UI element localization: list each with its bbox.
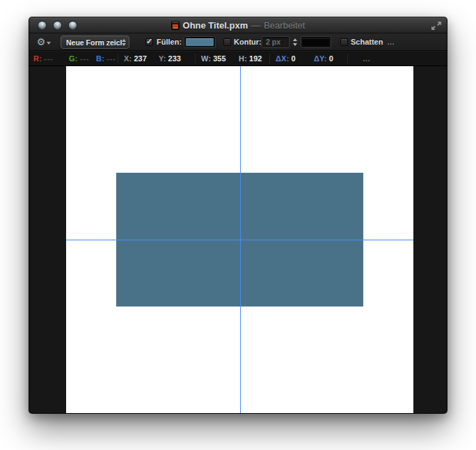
info-bar: R:--- G:--- B:--- X:237 Y:233 W:355 H:19… bbox=[29, 51, 447, 66]
red-readout: R:--- bbox=[33, 51, 54, 66]
fill-label: Füllen: bbox=[157, 33, 182, 51]
blue-readout: B:--- bbox=[96, 51, 116, 66]
desktop: Ohne Titel.pxm — Bearbeitet ⚙ Neue Form … bbox=[0, 0, 476, 450]
fill-color-swatch[interactable] bbox=[184, 36, 216, 48]
fill-checkbox[interactable]: ✓ bbox=[145, 38, 153, 46]
stroke-color-value bbox=[303, 38, 329, 46]
stroke-width-input[interactable]: 2 px bbox=[262, 36, 289, 48]
title-bar[interactable]: Ohne Titel.pxm — Bearbeitet bbox=[29, 17, 447, 33]
delta-y-readout: ΔY:0 bbox=[314, 51, 333, 66]
green-readout: G:--- bbox=[69, 51, 90, 66]
checkmark-icon: ✓ bbox=[146, 38, 152, 45]
toolbar-more-button[interactable]: … bbox=[387, 33, 395, 51]
y-readout: Y:233 bbox=[159, 51, 181, 66]
height-readout: H:192 bbox=[239, 51, 262, 66]
fullscreen-button[interactable] bbox=[431, 21, 442, 31]
stroke-checkbox[interactable] bbox=[223, 38, 231, 46]
width-readout: W:355 bbox=[201, 51, 226, 66]
shape-mode-label: Neue Form zeichnen bbox=[66, 38, 122, 47]
stroke-color-swatch[interactable] bbox=[301, 36, 331, 48]
window-title: Ohne Titel.pxm — Bearbeitet bbox=[29, 17, 447, 33]
infobar-more-button[interactable]: … bbox=[363, 51, 370, 66]
fill-color-value bbox=[186, 38, 214, 46]
title-separator: — bbox=[251, 20, 260, 31]
horizontal-guide[interactable] bbox=[66, 240, 413, 240]
divider bbox=[269, 54, 270, 63]
pixelmator-window: Ohne Titel.pxm — Bearbeitet ⚙ Neue Form … bbox=[29, 17, 447, 414]
document-filename: Ohne Titel.pxm bbox=[183, 20, 248, 31]
shadow-label: Schatten bbox=[351, 33, 383, 51]
stroke-label: Kontur: bbox=[234, 33, 262, 51]
x-readout: X:237 bbox=[124, 51, 147, 66]
tool-options-bar: ⚙ Neue Form zeichnen ✓ Füllen: Kontur: 2… bbox=[29, 33, 447, 51]
shape-mode-dropdown[interactable]: Neue Form zeichnen bbox=[61, 36, 129, 49]
delta-x-readout: ΔX:0 bbox=[276, 51, 296, 66]
document-status: Bearbeitet bbox=[264, 20, 305, 31]
document-icon bbox=[171, 21, 180, 30]
stroke-width-stepper[interactable] bbox=[292, 36, 299, 48]
divider bbox=[195, 54, 196, 63]
popup-stepper-icon bbox=[122, 39, 126, 46]
work-area bbox=[29, 66, 447, 414]
shadow-checkbox[interactable] bbox=[340, 38, 348, 46]
document-canvas[interactable] bbox=[66, 66, 413, 414]
gear-icon: ⚙ bbox=[37, 37, 46, 47]
gear-menu-button[interactable]: ⚙ bbox=[35, 36, 53, 48]
divider bbox=[118, 54, 118, 63]
chevron-down-icon bbox=[47, 42, 51, 45]
divider bbox=[347, 54, 348, 63]
